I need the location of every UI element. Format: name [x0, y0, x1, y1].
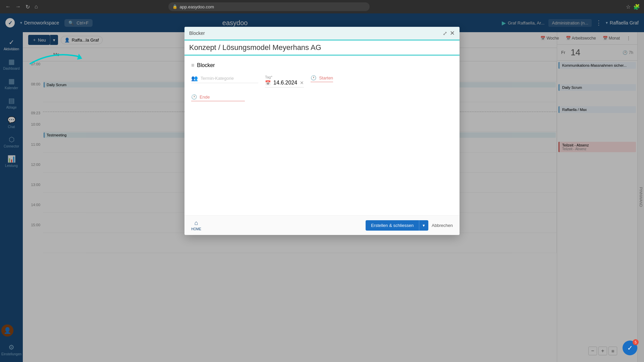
- create-button-group: Erstellen & schliessen ▾: [366, 220, 428, 231]
- forward-button[interactable]: →: [14, 3, 22, 10]
- modal-type-label: Blocker: [197, 62, 215, 68]
- date-value: 14.6.2024: [273, 80, 297, 86]
- modal-title-input[interactable]: [189, 43, 455, 52]
- modal-blocker: Blocker ⤢ ✕ ≡ Blocker 👥 Termin-Kategorie…: [184, 27, 460, 235]
- modal-header-title: Blocker: [189, 31, 205, 36]
- bookmark-icon[interactable]: ☆: [626, 4, 631, 10]
- cancel-button[interactable]: Abbrechen: [432, 223, 453, 228]
- home-tab-button[interactable]: ⌂ HOME: [191, 220, 201, 231]
- end-clock-icon: 🕐: [191, 94, 197, 100]
- footer-actions: Erstellen & schliessen ▾ Abbrechen: [366, 220, 453, 231]
- address-bar[interactable]: 🔒 app.easydoo.com: [168, 2, 370, 11]
- browser-nav-buttons: ← → ↻ ⌂: [4, 3, 39, 11]
- category-icon: 👥: [191, 75, 198, 81]
- back-button[interactable]: ←: [4, 3, 12, 10]
- home-tab-label: HOME: [191, 227, 201, 231]
- modal-title-wrapper: [184, 41, 460, 56]
- check-icon: ✓: [627, 344, 633, 352]
- end-time-field[interactable]: 🕐 Ende: [191, 94, 245, 101]
- modal-expand-button[interactable]: ⤢: [443, 30, 447, 37]
- modal-close-button[interactable]: ✕: [450, 29, 455, 37]
- modal-footer: ⌂ HOME Erstellen & schliessen ▾ Abbreche…: [184, 215, 460, 235]
- start-time-placeholder: Starten: [319, 75, 333, 80]
- modal-fields-row: 👥 Termin-Kategorie Tag* 📅 14.6.2024 ✕ 🕐 …: [191, 75, 453, 87]
- end-time-placeholder: Ende: [200, 95, 210, 100]
- date-clear-button[interactable]: ✕: [300, 80, 304, 85]
- task-badge: 5: [633, 339, 639, 345]
- create-close-button[interactable]: Erstellen & schliessen: [366, 220, 419, 231]
- category-placeholder: Termin-Kategorie: [201, 76, 234, 81]
- date-field-wrapper: Tag* 📅 14.6.2024 ✕: [265, 75, 304, 87]
- modal-body: ≡ Blocker 👥 Termin-Kategorie Tag* 📅 14.6…: [184, 56, 460, 215]
- lock-icon: 🔒: [172, 4, 177, 9]
- start-clock-icon: 🕐: [311, 75, 316, 80]
- task-check-button-wrapper: ✓ 5: [623, 341, 637, 355]
- browser-actions: ☆ 🧩: [626, 4, 640, 10]
- end-time-row: 🕐 Ende: [191, 94, 453, 101]
- home-browser-button[interactable]: ⌂: [33, 3, 39, 10]
- task-check-button[interactable]: ✓ 5: [623, 341, 637, 355]
- modal-header-actions: ⤢ ✕: [443, 29, 455, 37]
- browser-chrome: ← → ↻ ⌂ 🔒 app.easydoo.com ☆ 🧩: [0, 0, 644, 13]
- category-field[interactable]: 👥 Termin-Kategorie: [191, 75, 258, 83]
- refresh-button[interactable]: ↻: [24, 3, 31, 11]
- list-icon: ≡: [191, 62, 194, 68]
- modal-type-row: ≡ Blocker: [191, 62, 453, 68]
- modal-empty-space: [191, 108, 453, 208]
- modal-header: Blocker ⤢ ✕: [184, 27, 460, 41]
- date-field[interactable]: 📅 14.6.2024 ✕: [265, 80, 304, 87]
- extensions-icon[interactable]: 🧩: [633, 4, 640, 10]
- start-time-field[interactable]: 🕐 Starten: [311, 75, 333, 82]
- create-dropdown-button[interactable]: ▾: [419, 220, 428, 231]
- calendar-date-icon: 📅: [265, 80, 271, 85]
- date-label: Tag*: [265, 75, 304, 79]
- home-icon: ⌂: [195, 220, 198, 227]
- url-text: app.easydoo.com: [179, 4, 214, 9]
